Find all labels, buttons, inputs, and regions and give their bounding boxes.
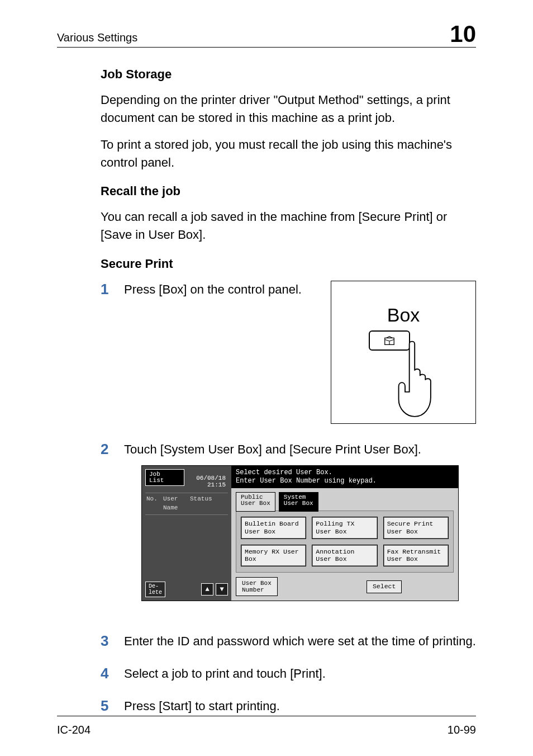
step-number-2: 2: [101, 441, 124, 458]
step-number-5: 5: [101, 697, 124, 715]
panel-delete-button[interactable]: De- lete: [145, 582, 165, 597]
footer-left: IC-204: [57, 722, 91, 738]
panel-col-no: No.: [146, 495, 159, 513]
footer-right: 10-99: [448, 722, 476, 738]
panel-userbox-number[interactable]: User Box Number: [236, 577, 278, 596]
opt-bulletin-board[interactable]: Bulletin Board User Box: [241, 517, 306, 539]
heading-job-storage: Job Storage: [101, 65, 476, 83]
opt-annotation[interactable]: Annotation User Box: [312, 545, 377, 567]
panel-down-button[interactable]: ▼: [216, 583, 228, 596]
step-number-1: 1: [101, 281, 124, 298]
para-recall-1: You can recall a job saved in the machin…: [101, 208, 476, 244]
chapter-number: 10: [450, 22, 476, 46]
panel-col-user: User Name: [163, 495, 185, 513]
figure-touch-panel: Job List 06/08/18 21:15 No. User Name St…: [141, 465, 459, 601]
panel-msg-2: Enter User Box Number using keypad.: [236, 477, 454, 485]
step-1-text: Press [Box] on the control panel.: [124, 281, 302, 299]
opt-memory-rx[interactable]: Memory RX User Box: [241, 545, 306, 567]
step-3-text: Enter the ID and password which were set…: [124, 632, 476, 650]
hand-pointer-icon: [393, 338, 441, 424]
para-job-storage-2: To print a stored job, you must recall t…: [101, 136, 476, 172]
panel-time: 21:15: [145, 481, 226, 488]
opt-fax-retransmit[interactable]: Fax Retransmit User Box: [383, 545, 449, 567]
heading-secure-print: Secure Print: [101, 255, 476, 273]
figure-box-label: Box: [331, 301, 475, 329]
step-4-text: Select a job to print and touch [Print].: [124, 665, 476, 683]
panel-date: 06/08/18: [145, 475, 226, 481]
panel-up-button[interactable]: ▲: [201, 583, 213, 596]
panel-col-status: Status: [190, 495, 227, 513]
step-5-text: Press [Start] to start printing.: [124, 697, 476, 715]
opt-secure-print[interactable]: Secure Print User Box: [383, 517, 449, 539]
opt-polling-tx[interactable]: Polling TX User Box: [312, 517, 377, 539]
header-section: Various Settings: [57, 30, 137, 46]
panel-select-button[interactable]: Select: [367, 580, 402, 593]
para-job-storage-1: Depending on the printer driver "Output …: [101, 91, 476, 127]
figure-box-button: Box: [331, 281, 476, 424]
tab-system-user-box[interactable]: System User Box: [279, 492, 318, 512]
step-number-3: 3: [101, 632, 124, 650]
heading-recall: Recall the job: [101, 182, 476, 200]
tab-public-user-box[interactable]: Public User Box: [236, 492, 275, 512]
panel-msg-1: Select desired User Box.: [236, 469, 454, 477]
step-2-text: Touch [System User Box] and [Secure Prin…: [124, 441, 476, 459]
step-number-4: 4: [101, 665, 124, 682]
